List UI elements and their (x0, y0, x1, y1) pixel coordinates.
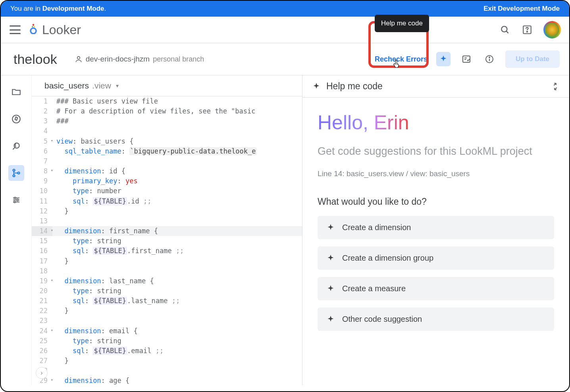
code-line[interactable]: 8▾ dimension: id { (32, 166, 302, 176)
code-line[interactable]: 15 type: string (32, 236, 302, 246)
code-line[interactable]: 17 } (32, 256, 302, 266)
line-number: 21 (32, 296, 52, 306)
code-line[interactable]: 2# For a description of view files, see … (32, 106, 302, 116)
dev-mode-text: You are in Development Mode. (10, 5, 106, 13)
code-line[interactable]: 3### (32, 116, 302, 126)
project-name: thelook (13, 52, 57, 67)
svg-point-22 (17, 199, 18, 201)
code-line[interactable]: 4 (32, 126, 302, 136)
panel-question: What would you like to do? (318, 196, 554, 207)
suggestion-item[interactable]: Create a dimension (318, 216, 554, 239)
code-text: view: basic_users { (52, 136, 302, 146)
up-to-date-button[interactable]: Up to Date (505, 50, 560, 68)
code-line[interactable]: 16 sql: ${TABLE}.first_name ;; (32, 246, 302, 256)
code-editor[interactable]: 1### Basic users view file2# For a descr… (32, 96, 302, 385)
project-bar: Help me code thelook dev-erin-docs-jhzm … (1, 43, 569, 75)
code-line[interactable]: 28 (32, 366, 302, 376)
code-line[interactable]: 19▾ dimension: last_name { (32, 276, 302, 286)
help-icon[interactable] (522, 24, 533, 35)
code-text: } (52, 356, 302, 366)
sparkle-icon (326, 254, 335, 263)
code-text: } (52, 306, 302, 316)
collapse-panel-icon[interactable] (551, 82, 560, 91)
file-tab[interactable]: basic_users.view ▾ (32, 75, 302, 96)
line-number: 25 (32, 336, 52, 346)
code-line[interactable]: 23 (32, 316, 302, 326)
line-number: 12 (32, 206, 52, 216)
side-rail (1, 75, 32, 385)
code-line[interactable]: 26 sql: ${TABLE}.email ;; (32, 346, 302, 356)
code-line[interactable]: 6 sql_table_name: `bigquery-public-data.… (32, 146, 302, 156)
panel-subtitle: Get code suggestions for this LookML pro… (318, 144, 554, 158)
svg-point-0 (33, 24, 35, 26)
editor-area: basic_users.view ▾ 1### Basic users view… (32, 75, 302, 385)
suggestion-item[interactable]: Create a measure (318, 277, 554, 300)
file-name: basic_users (44, 81, 89, 90)
branch-type-label: personal branch (153, 55, 204, 63)
code-line[interactable]: 29▾ dimension: age { (32, 376, 302, 385)
code-line[interactable]: 10 type: number (32, 186, 302, 196)
exit-dev-mode-link[interactable]: Exit Development Mode (483, 5, 560, 13)
recheck-errors-link[interactable]: Recheck Errors (375, 55, 428, 63)
code-text: } (52, 256, 302, 266)
suggestion-item[interactable]: Other code suggestion (318, 307, 554, 331)
code-line[interactable]: 1### Basic users view file (32, 96, 302, 106)
code-line[interactable]: 24▾ dimension: email { (32, 326, 302, 336)
looker-logo[interactable]: Looker (28, 23, 81, 37)
panel-context: Line 14: basic_users.view / view: basic_… (318, 169, 554, 178)
code-line[interactable]: 21 sql: ${TABLE}.last_name ;; (32, 296, 302, 306)
app-header: Looker (1, 17, 569, 43)
code-line[interactable]: 18 (32, 266, 302, 276)
suggestion-label: Other code suggestion (342, 315, 422, 324)
line-number: 24▾ (32, 326, 52, 336)
menu-icon[interactable] (10, 25, 21, 34)
git-icon[interactable] (8, 165, 24, 181)
branch-name: dev-erin-docs-jhzm (86, 55, 150, 63)
code-line[interactable]: 14▾ dimension: first_name { (32, 226, 302, 236)
hello-greeting: Hello, Erin (318, 111, 554, 134)
code-text: sql: ${TABLE}.email ;; (52, 346, 302, 356)
line-number: 10 (32, 186, 52, 196)
search-icon[interactable] (499, 24, 510, 35)
code-line[interactable]: 25 type: string (32, 336, 302, 346)
settings-sliders-icon[interactable] (8, 192, 24, 208)
code-text: primary_key: yes (52, 176, 302, 186)
code-line[interactable]: 11 sql: ${TABLE}.id ;; (32, 196, 302, 206)
line-number: 26 (32, 346, 52, 356)
line-number: 7 (32, 156, 52, 166)
code-line[interactable]: 7 (32, 156, 302, 166)
avatar[interactable] (544, 21, 560, 38)
code-line[interactable]: 13 (32, 216, 302, 226)
line-number: 18 (32, 266, 52, 276)
code-line[interactable]: 12 } (32, 206, 302, 216)
line-number: 13 (32, 216, 52, 226)
branch-selector[interactable]: dev-erin-docs-jhzm personal branch (75, 55, 204, 63)
code-line[interactable]: 20 type: string (32, 286, 302, 296)
code-text: dimension: id { (52, 166, 302, 176)
help-me-code-button[interactable] (436, 52, 451, 66)
code-line[interactable]: 5▾view: basic_users { (32, 136, 302, 146)
code-text: # For a description of view files, see t… (52, 106, 302, 116)
code-line[interactable]: 22 } (32, 306, 302, 316)
panel-title: Help me code (326, 81, 383, 92)
chevron-down-icon: ▾ (116, 83, 119, 89)
line-number: 23 (32, 316, 52, 326)
validate-icon[interactable] (459, 52, 474, 66)
code-text: sql: ${TABLE}.first_name ;; (52, 246, 302, 256)
compass-icon[interactable] (8, 111, 24, 127)
svg-point-3 (31, 28, 36, 33)
code-text: sql_table_name: `bigquery-public-data.th… (52, 146, 302, 156)
code-text: type: string (52, 236, 302, 246)
svg-point-17 (17, 172, 19, 174)
folder-icon[interactable] (8, 84, 24, 100)
sparkle-icon (312, 82, 321, 91)
search-code-icon[interactable] (8, 138, 24, 154)
code-line[interactable]: 27 } (32, 356, 302, 366)
line-number: 9 (32, 176, 52, 186)
code-text: type: number (52, 186, 302, 196)
suggestion-item[interactable]: Create a dimension group (318, 246, 554, 270)
info-icon[interactable] (482, 52, 497, 66)
scroll-right-button[interactable]: › (36, 367, 48, 379)
help-me-code-tooltip: Help me code (375, 15, 429, 32)
code-line[interactable]: 9 primary_key: yes (32, 176, 302, 186)
